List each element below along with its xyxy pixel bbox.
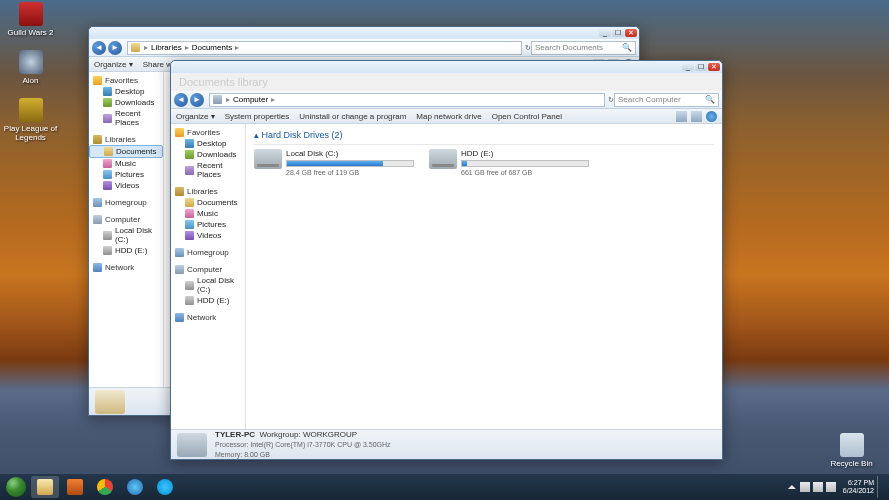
- help-icon[interactable]: [706, 111, 717, 122]
- forward-button[interactable]: ►: [108, 41, 122, 55]
- breadcrumb-seg[interactable]: Documents: [190, 43, 234, 52]
- section-drives[interactable]: ▴ Hard Disk Drives (2): [254, 128, 714, 145]
- folder-icon: [131, 43, 140, 52]
- address-bar[interactable]: ▸ Computer ▸: [209, 93, 605, 107]
- sidebar-libraries[interactable]: Libraries: [89, 134, 163, 145]
- back-button[interactable]: ◄: [92, 41, 106, 55]
- breadcrumb-seg[interactable]: Libraries: [149, 43, 184, 52]
- minimize-button[interactable]: _: [599, 29, 611, 37]
- view-icon[interactable]: [676, 111, 687, 122]
- videos-icon: [103, 181, 112, 190]
- content-pane[interactable]: ▴ Hard Disk Drives (2) Local Disk (C:) 2…: [246, 124, 722, 447]
- sidebar-item-localdisk[interactable]: Local Disk (C:): [171, 275, 245, 295]
- sidebar-computer[interactable]: Computer: [89, 214, 163, 225]
- uninstall-button[interactable]: Uninstall or change a program: [299, 112, 406, 121]
- maximize-button[interactable]: ☐: [695, 63, 707, 71]
- search-input[interactable]: Search Documents 🔍: [531, 41, 636, 55]
- control-panel-button[interactable]: Open Control Panel: [492, 112, 562, 121]
- action-center-icon[interactable]: [800, 482, 810, 492]
- close-button[interactable]: ✕: [708, 63, 720, 71]
- sidebar-item-music[interactable]: Music: [89, 158, 163, 169]
- app-icon: [19, 98, 43, 122]
- volume-icon[interactable]: [826, 482, 836, 492]
- forward-button[interactable]: ►: [190, 93, 204, 107]
- sidebar-favorites[interactable]: Favorites: [89, 75, 163, 86]
- pictures-icon: [185, 220, 194, 229]
- sidebar-item-hdd[interactable]: HDD (E:): [171, 295, 245, 306]
- recent-icon: [185, 166, 194, 175]
- sidebar-item-hdd[interactable]: HDD (E:): [89, 245, 163, 256]
- sidebar-item-desktop[interactable]: Desktop: [89, 86, 163, 97]
- address-bar[interactable]: ▸ Libraries ▸ Documents ▸: [127, 41, 522, 55]
- close-button[interactable]: ✕: [625, 29, 637, 37]
- sidebar-item-localdisk[interactable]: Local Disk (C:): [89, 225, 163, 245]
- sidebar-item-desktop[interactable]: Desktop: [171, 138, 245, 149]
- status-info: TYLER-PC Workgroup: WORKGROUP Processor:…: [215, 430, 391, 460]
- maximize-button[interactable]: ☐: [612, 29, 624, 37]
- drive-hdd-e[interactable]: HDD (E:) 661 GB free of 687 GB: [429, 149, 589, 176]
- search-placeholder: Search Computer: [618, 95, 681, 104]
- titlebar[interactable]: _ ☐ ✕: [171, 61, 722, 73]
- computer-icon: [93, 215, 102, 224]
- skype-icon: [157, 479, 173, 495]
- window-subtitle: Documents library: [171, 73, 722, 91]
- taskbar-explorer[interactable]: [31, 476, 59, 498]
- recycle-bin[interactable]: Recycle Bin: [829, 433, 874, 468]
- network-icon[interactable]: [813, 482, 823, 492]
- sidebar-item-recent[interactable]: Recent Places: [171, 160, 245, 180]
- back-button[interactable]: ◄: [174, 93, 188, 107]
- organize-button[interactable]: Organize ▾: [176, 112, 215, 121]
- sidebar-item-videos[interactable]: Videos: [171, 230, 245, 241]
- sidebar-item-downloads[interactable]: Downloads: [89, 97, 163, 108]
- sidebar-item-music[interactable]: Music: [171, 208, 245, 219]
- preview-icon[interactable]: [691, 111, 702, 122]
- sidebar-item-videos[interactable]: Videos: [89, 180, 163, 191]
- taskbar-media-player[interactable]: [61, 476, 89, 498]
- taskbar-skype[interactable]: [151, 476, 179, 498]
- sidebar-libraries[interactable]: Libraries: [171, 186, 245, 197]
- desktop-icon-lol[interactable]: Play League of Legends: [3, 98, 58, 142]
- taskbar-chrome[interactable]: [91, 476, 119, 498]
- sidebar-item-recent[interactable]: Recent Places: [89, 108, 163, 128]
- sidebar-network[interactable]: Network: [171, 312, 245, 323]
- sidebar-computer[interactable]: Computer: [171, 264, 245, 275]
- computer-icon: [175, 265, 184, 274]
- desktop-icon-aion[interactable]: Aion: [3, 50, 58, 85]
- show-desktop-button[interactable]: [877, 476, 883, 498]
- clock-date: 6/24/2012: [843, 487, 874, 495]
- breadcrumb-seg[interactable]: Computer: [231, 95, 270, 104]
- system-properties-button[interactable]: System properties: [225, 112, 289, 121]
- network-icon: [175, 313, 184, 322]
- taskbar-itunes[interactable]: [121, 476, 149, 498]
- sidebar-homegroup[interactable]: Homegroup: [171, 247, 245, 258]
- desktop-icon-gw2[interactable]: Guild Wars 2: [3, 2, 58, 37]
- sidebar-favorites[interactable]: Favorites: [171, 127, 245, 138]
- sidebar-item-pictures[interactable]: Pictures: [171, 219, 245, 230]
- status-icon: [95, 390, 125, 414]
- sidebar-homegroup[interactable]: Homegroup: [89, 197, 163, 208]
- minimize-button[interactable]: _: [682, 63, 694, 71]
- recycle-icon: [840, 433, 864, 457]
- statusbar: TYLER-PC Workgroup: WORKGROUP Processor:…: [171, 429, 722, 459]
- titlebar[interactable]: _ ☐ ✕: [89, 27, 639, 39]
- drive-local-disk-c[interactable]: Local Disk (C:) 28.4 GB free of 119 GB: [254, 149, 414, 176]
- drive-icon: [429, 149, 457, 169]
- organize-button[interactable]: Organize ▾: [94, 60, 133, 69]
- map-drive-button[interactable]: Map network drive: [416, 112, 481, 121]
- sidebar-item-downloads[interactable]: Downloads: [171, 149, 245, 160]
- sidebar: Favorites Desktop Downloads Recent Place…: [89, 72, 164, 387]
- sidebar-network[interactable]: Network: [89, 262, 163, 273]
- computer-window[interactable]: _ ☐ ✕ Documents library ◄ ► ▸ Computer ▸…: [170, 60, 723, 460]
- sidebar-item-documents[interactable]: Documents: [89, 145, 163, 158]
- icon-label: Play League of Legends: [3, 124, 58, 142]
- sidebar-item-documents[interactable]: Documents: [171, 197, 245, 208]
- search-placeholder: Search Documents: [535, 43, 603, 52]
- app-icon: [19, 50, 43, 74]
- search-input[interactable]: Search Computer 🔍: [614, 93, 719, 107]
- sidebar-item-pictures[interactable]: Pictures: [89, 169, 163, 180]
- icon-label: Guild Wars 2: [3, 28, 58, 37]
- show-hidden-icon[interactable]: [787, 482, 797, 492]
- clock[interactable]: 6:27 PM 6/24/2012: [839, 479, 874, 495]
- desktop-icon: [103, 87, 112, 96]
- start-button[interactable]: [3, 476, 29, 498]
